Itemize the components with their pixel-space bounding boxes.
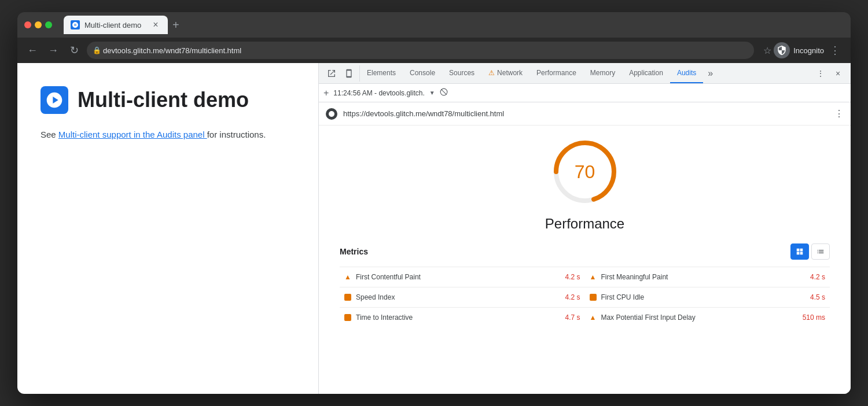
score-circle: 70 [550, 137, 620, 206]
incognito-label: Incognito [793, 46, 824, 55]
fci-name: First CPU Idle [601, 293, 806, 301]
glitch-logo [41, 86, 68, 114]
page-description: See Multi-client support in the Audits p… [41, 128, 295, 142]
maximize-traffic-light[interactable] [45, 21, 52, 28]
fci-icon [590, 294, 597, 301]
back-button[interactable]: ← [24, 42, 41, 58]
devtools-sub-toolbar: + 11:24:56 AM - devtools.glitch. ▼ [319, 84, 851, 102]
page-header: Multi-client demo [41, 86, 295, 114]
metric-tti: Time to Interactive 4.7 s [340, 307, 585, 327]
description-before: See [41, 130, 58, 139]
metrics-title: Metrics [340, 247, 368, 256]
audit-url-bar: https://devtools.glitch.me/wndt78/multic… [319, 102, 851, 126]
address-wrapper: 🔒 [87, 42, 754, 59]
audit-url-text: https://devtools.glitch.me/wndt78/multic… [343, 109, 829, 118]
si-name: Speed Index [356, 293, 560, 301]
active-tab[interactable]: Multi-client demo × [64, 16, 168, 34]
list-view-button[interactable] [811, 243, 830, 260]
grid-view-button[interactable] [790, 243, 809, 260]
audit-block-button[interactable] [440, 88, 448, 98]
reload-button[interactable]: ↻ [66, 42, 82, 58]
device-toolbar-icon[interactable] [341, 65, 357, 82]
devtools-actions: ⋮ × [810, 65, 848, 82]
metrics-header: Metrics [340, 243, 830, 260]
devtools-close-button[interactable]: × [830, 65, 846, 82]
fci-value: 4.5 s [810, 293, 825, 301]
incognito-icon [774, 42, 790, 58]
description-after: for instructions. [207, 130, 266, 139]
forward-button[interactable]: → [45, 42, 61, 58]
close-traffic-light[interactable] [24, 21, 31, 28]
audit-dropdown-icon[interactable]: ▼ [429, 90, 435, 96]
title-bar: Multi-client demo × + [17, 12, 851, 38]
fmp-value: 4.2 s [810, 273, 825, 281]
minimize-traffic-light[interactable] [35, 21, 42, 28]
new-tab-button[interactable]: + [170, 16, 182, 34]
score-circle-container: 70 [333, 137, 837, 206]
tab-sources[interactable]: Sources [442, 63, 481, 83]
tab-bar: Multi-client demo × + [64, 16, 182, 34]
metric-fci: First CPU Idle 4.5 s [585, 287, 830, 307]
score-label: Performance [333, 216, 837, 232]
devtools-icons [321, 65, 360, 82]
devtools-panel: Elements Console Sources ⚠ Network Perfo… [318, 63, 851, 394]
main-area: Multi-client demo See Multi-client suppo… [17, 63, 851, 394]
address-bar: ← → ↻ 🔒 ☆ Incognito ⋮ [17, 38, 851, 63]
tab-favicon [71, 20, 80, 29]
devtools-menu-button[interactable]: ⋮ [812, 65, 829, 82]
mpfid-icon: ▲ [590, 313, 597, 322]
page-content: Multi-client demo See Multi-client suppo… [17, 63, 318, 394]
tti-name: Time to Interactive [356, 313, 560, 322]
more-tabs-button[interactable]: » [703, 68, 718, 79]
sub-add-button[interactable]: + [323, 88, 329, 98]
tab-close-button[interactable]: × [150, 20, 161, 30]
fmp-icon: ▲ [590, 273, 597, 281]
fcp-icon: ▲ [344, 273, 351, 281]
score-number: 70 [575, 161, 595, 183]
mpfid-name: Max Potential First Input Delay [601, 313, 797, 322]
audits-link[interactable]: Multi-client support in the Audits panel [58, 130, 207, 139]
tab-elements[interactable]: Elements [360, 63, 403, 83]
devtools-tabs: Elements Console Sources ⚠ Network Perfo… [360, 63, 810, 83]
fcp-name: First Contentful Paint [356, 273, 561, 281]
incognito-area: Incognito [774, 42, 824, 58]
tti-value: 4.7 s [565, 313, 580, 322]
toolbar-right: ☆ Incognito ⋮ [763, 42, 844, 59]
tab-audits[interactable]: Audits [670, 63, 703, 83]
tab-performance[interactable]: Performance [529, 63, 583, 83]
tab-console[interactable]: Console [403, 63, 442, 83]
tab-application[interactable]: Application [622, 63, 670, 83]
metrics-grid: ▲ First Contentful Paint 4.2 s ▲ First M… [340, 267, 830, 327]
metric-mpfid: ▲ Max Potential First Input Delay 510 ms [585, 307, 830, 327]
metric-fmp: ▲ First Meaningful Paint 4.2 s [585, 267, 830, 287]
tab-network[interactable]: ⚠ Network [481, 63, 529, 83]
metrics-section: Metrics ▲ [333, 243, 837, 327]
devtools-toolbar: Elements Console Sources ⚠ Network Perfo… [319, 63, 851, 84]
inspector-icon[interactable] [323, 65, 340, 82]
network-warning-icon: ⚠ [488, 69, 495, 77]
audit-favicon [326, 108, 337, 120]
metric-si: Speed Index 4.2 s [340, 287, 585, 307]
lock-icon: 🔒 [93, 46, 101, 54]
mpfid-value: 510 ms [803, 313, 825, 322]
address-input[interactable] [87, 42, 754, 59]
audit-time: 11:24:56 AM - devtools.glitch. [333, 89, 424, 97]
browser-menu-button[interactable]: ⋮ [826, 42, 844, 59]
si-icon [344, 294, 351, 301]
browser-window: Multi-client demo × + ← → ↻ 🔒 ☆ Incognit… [17, 12, 851, 394]
tab-title: Multi-client demo [84, 21, 141, 29]
si-value: 4.2 s [565, 293, 580, 301]
audit-results: 70 Performance Metrics [319, 126, 851, 394]
fmp-name: First Meaningful Paint [601, 273, 806, 281]
tti-icon [344, 314, 351, 321]
page-title: Multi-client demo [78, 88, 249, 112]
traffic-lights [24, 21, 52, 28]
tab-memory[interactable]: Memory [583, 63, 622, 83]
metrics-view-buttons [790, 243, 830, 260]
audit-more-button[interactable]: ⋮ [834, 108, 844, 119]
bookmark-icon[interactable]: ☆ [763, 45, 771, 56]
svg-line-1 [441, 89, 446, 94]
metric-fcp: ▲ First Contentful Paint 4.2 s [340, 267, 585, 287]
fcp-value: 4.2 s [565, 273, 580, 281]
